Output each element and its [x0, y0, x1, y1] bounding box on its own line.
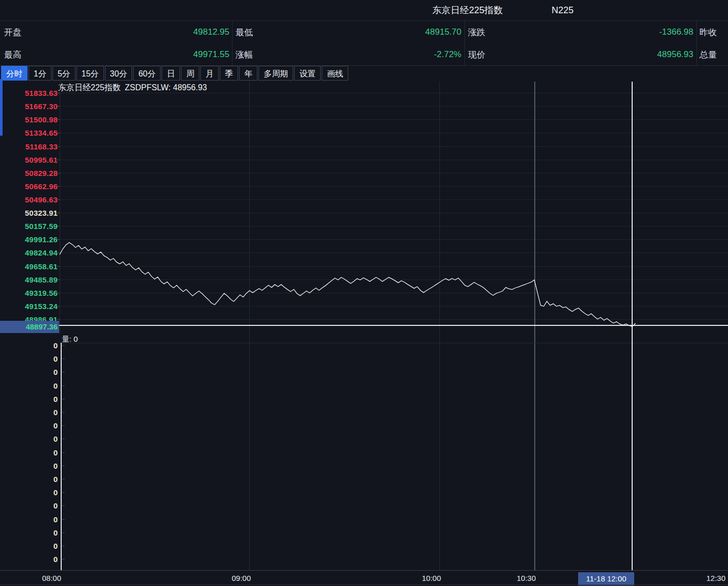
quote-field-value: -2.72%	[253, 49, 461, 60]
volume-axis-label: 0	[0, 542, 58, 550]
quote-field-label: 最低	[236, 27, 253, 38]
volume-axis-tick	[62, 466, 65, 466]
volume-axis-tick	[62, 452, 65, 453]
tab-15分[interactable]: 15分	[76, 66, 104, 81]
volume-axis-tick	[62, 372, 65, 372]
volume-axis-tick	[62, 439, 65, 439]
volume-axis-label: 0	[0, 555, 58, 564]
quote-field-value: 48915.70	[253, 27, 461, 37]
volume-axis-tick	[62, 505, 65, 506]
quote-field-value: 49971.55	[21, 49, 229, 60]
quote-divider	[696, 21, 697, 65]
tab-月[interactable]: 月	[200, 66, 219, 81]
volume-axis-label: 0	[0, 341, 58, 350]
volume-axis-label: 0	[0, 354, 58, 363]
quote-field: 开盘49812.95	[4, 21, 229, 43]
volume-axis-tick	[62, 532, 65, 533]
volume-axis-tick	[62, 425, 65, 426]
volume-axis-tick	[62, 359, 65, 359]
stock-app-window: { "header": { "title": "东京日经225指数", "sym…	[0, 0, 728, 586]
quote-info-bar: 开盘49812.95最低48915.70涨跌-1366.98昨收最高49971.…	[0, 21, 728, 66]
volume-axis-line	[61, 343, 62, 570]
volume-axis-tick	[62, 345, 65, 346]
volume-axis-tick	[62, 546, 65, 546]
top-bar: 东京日经225指数 N225	[0, 0, 728, 21]
quote-field-value: -1366.98	[485, 27, 693, 37]
quote-field-value: 48956.93	[485, 49, 693, 60]
tab-画线[interactable]: 画线	[322, 66, 348, 81]
volume-axis-label: 0	[0, 381, 58, 390]
volume-axis-label: 0	[0, 448, 58, 456]
tab-分时[interactable]: 分时	[1, 66, 28, 81]
chart-area[interactable]: 东京日经225指数ZSDPFSLW: 48956.93 51833.635166…	[0, 82, 728, 586]
time-axis-label: 09:00	[231, 571, 251, 586]
time-axis-label: 10:30	[516, 571, 536, 586]
quote-field: 总量	[699, 43, 728, 66]
quote-field-label: 最高	[4, 49, 21, 61]
quote-field-label: 开盘	[4, 27, 21, 38]
volume-axis-tick	[62, 559, 65, 559]
tab-设置[interactable]: 设置	[294, 66, 321, 81]
crosshair-price-flag: 48897.36	[0, 321, 59, 333]
volume-axis-label: 0	[0, 515, 58, 523]
quote-field: 涨幅-2.72%	[236, 43, 461, 66]
quote-field-label: 涨幅	[236, 49, 253, 61]
instrument-title: 东京日经225指数	[432, 0, 503, 20]
quote-field: 最高49971.55	[4, 43, 229, 66]
quote-divider	[232, 21, 232, 65]
period-tab-bar: 分时1分5分15分30分60分日周月季年多周期设置画线	[0, 66, 728, 82]
quote-field: 昨收	[699, 21, 728, 43]
bottom-edge-line	[0, 584, 728, 585]
crosshair-vertical-line	[632, 82, 633, 570]
time-axis-label: 10:00	[422, 571, 441, 586]
volume-axis-tick	[62, 479, 65, 479]
quote-field: 现价48956.93	[468, 43, 693, 66]
price-line	[60, 243, 636, 327]
volume-axis-tick	[62, 492, 65, 493]
volume-label: 量	[62, 335, 69, 343]
tab-周[interactable]: 周	[181, 66, 199, 81]
volume-axis-tick	[62, 399, 65, 399]
volume-axis-label: 0	[0, 528, 58, 537]
time-x-axis: 11-18 12:00 08:0009:0010:0010:3012:30	[0, 570, 728, 586]
tab-5分[interactable]: 5分	[53, 66, 75, 81]
tab-季[interactable]: 季	[220, 66, 238, 81]
time-axis-label: 12:30	[706, 571, 725, 586]
quote-field-label: 总量	[699, 49, 717, 61]
instrument-symbol: N225	[552, 0, 574, 20]
quote-field: 最低48915.70	[236, 21, 461, 43]
volume-value: 0	[73, 335, 77, 343]
time-axis-label: 08:00	[42, 571, 61, 586]
volume-axis-label: 0	[0, 394, 58, 403]
tab-1分[interactable]: 1分	[29, 66, 51, 81]
tab-日[interactable]: 日	[162, 66, 180, 81]
quote-field-label: 涨跌	[468, 27, 485, 38]
tab-年[interactable]: 年	[239, 66, 257, 81]
volume-axis-label: 0	[0, 461, 58, 470]
volume-axis-tick	[62, 386, 65, 386]
volume-axis-label: 0	[0, 435, 58, 443]
volume-pane-top-border	[60, 343, 728, 343]
quote-field-label: 昨收	[699, 27, 717, 38]
crosshair-horizontal-line	[59, 325, 728, 326]
volume-axis-label: 0	[0, 501, 58, 510]
tab-60分[interactable]: 60分	[133, 66, 161, 81]
tab-多周期[interactable]: 多周期	[258, 66, 293, 81]
volume-axis-label: 0	[0, 368, 58, 376]
volume-axis-tick	[62, 412, 65, 413]
volume-axis-tick	[62, 519, 65, 520]
quote-field-label: 现价	[468, 49, 485, 61]
volume-axis-label: 0	[0, 421, 58, 430]
tab-30分[interactable]: 30分	[105, 66, 133, 81]
quote-field-value: 49812.95	[21, 27, 229, 37]
quote-divider	[464, 21, 465, 65]
quote-field: 涨跌-1366.98	[468, 21, 693, 43]
price-line-plot	[0, 82, 728, 570]
volume-axis-label: 0	[0, 408, 58, 417]
volume-header: 量: 0	[62, 335, 78, 344]
volume-axis-label: 0	[0, 488, 58, 497]
crosshair-time-flag: 11-18 12:00	[578, 572, 634, 585]
volume-axis-label: 0	[0, 475, 58, 483]
